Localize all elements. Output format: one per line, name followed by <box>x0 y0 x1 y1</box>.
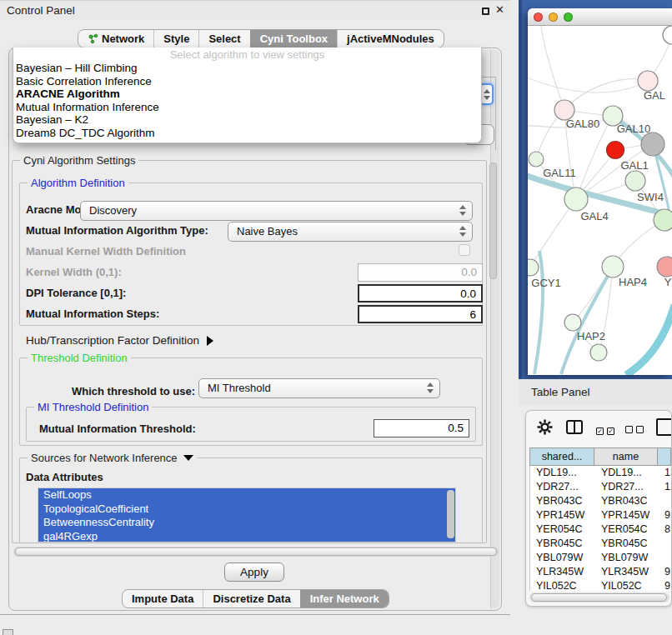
table-cell[interactable] <box>659 551 671 565</box>
mi-type-combo[interactable]: Naive Bayes <box>228 222 473 242</box>
table-cell[interactable]: YBR043C <box>530 494 595 508</box>
tab-select[interactable]: Select <box>198 30 249 48</box>
network-node-gal1[interactable] <box>625 171 645 191</box>
network-node[interactable] <box>590 344 607 361</box>
table-cell[interactable]: YBR045C <box>530 537 595 551</box>
settings-horizontal-scrollbar[interactable] <box>13 547 499 557</box>
table-cell[interactable]: YDL19... <box>530 466 595 480</box>
network-window[interactable]: GALGAL80GAL10GAL1GAL11SWI4GAL4GCY1HAP4YH… <box>528 8 672 375</box>
tab-cyni-toolbox[interactable]: Cyni Toolbox <box>250 30 337 48</box>
table-cell[interactable]: YLR345W <box>595 565 659 579</box>
table-cell[interactable]: YIL052C <box>530 579 595 591</box>
table-cell[interactable]: 9. <box>659 508 671 522</box>
attribute-item[interactable]: SelfLoops <box>38 488 455 502</box>
table-cell[interactable] <box>659 494 671 508</box>
table-cell[interactable]: YER054C <box>530 522 595 537</box>
table-row[interactable]: YER054CYER054C8. <box>530 522 671 537</box>
table-row[interactable]: YBR043CYBR043C <box>530 494 671 508</box>
select-all-checkboxes-icon[interactable]: ✓✓ <box>596 423 618 436</box>
table-cell[interactable]: YDR27... <box>530 480 595 494</box>
table-cell[interactable]: 9. <box>659 579 671 591</box>
network-node-y[interactable] <box>657 257 672 277</box>
network-node[interactable] <box>607 142 624 159</box>
manual-kernel-checkbox[interactable] <box>459 244 470 256</box>
table-row[interactable]: YDR27...YDR27...12 <box>530 480 671 494</box>
table-cell[interactable]: YDR27... <box>595 480 659 494</box>
table-cell[interactable]: YBL079W <box>530 551 595 565</box>
document-icon[interactable] <box>656 418 672 436</box>
corner-widget[interactable] <box>3 629 13 635</box>
table-cell[interactable]: YPR145W <box>530 508 595 522</box>
table-hscrollbar-thumb[interactable] <box>531 593 667 602</box>
table-cell[interactable]: 13 <box>659 466 671 480</box>
close-traffic-light-icon[interactable] <box>534 12 543 22</box>
network-node-gcy1[interactable] <box>528 259 539 276</box>
table-cell[interactable]: YLR345W <box>530 565 595 579</box>
column-header[interactable]: shared... <box>529 448 594 465</box>
algorithm-option[interactable]: ARACNE Algorithm <box>13 88 481 101</box>
deselect-all-checkboxes-icon[interactable] <box>625 423 647 436</box>
table-cell[interactable]: 9. <box>659 565 671 579</box>
tab-jactivemnodules[interactable]: jActiveMNodules <box>337 30 444 48</box>
network-node[interactable] <box>654 209 672 231</box>
split-columns-icon[interactable] <box>566 420 583 434</box>
kernel-width-field[interactable]: 0.0 <box>358 263 483 282</box>
network-node-gal4[interactable] <box>564 188 588 211</box>
table-row[interactable]: YPR145WYPR145W9. <box>530 508 671 522</box>
network-window-titlebar[interactable] <box>528 8 672 26</box>
which-threshold-combo[interactable]: MI Threshold <box>198 378 440 398</box>
table-row[interactable]: YLR345WYLR345W9. <box>530 565 671 579</box>
table-cell[interactable]: YDL19... <box>595 466 659 480</box>
tab-infer-network[interactable]: Infer Network <box>300 590 389 608</box>
tab-style[interactable]: Style <box>153 30 198 48</box>
table-row[interactable]: YDL19...YDL19...13 <box>530 466 671 480</box>
zoom-traffic-light-icon[interactable] <box>564 12 573 22</box>
mi-steps-field[interactable]: 6 <box>358 305 483 323</box>
attribute-item[interactable]: gal4RGexp <box>38 530 455 543</box>
algorithm-option[interactable]: Dream8 DC_TDC Algorithm <box>13 127 481 140</box>
close-icon[interactable]: ✕ <box>495 3 504 16</box>
float-window-icon[interactable] <box>482 8 489 15</box>
hub-section-toggle[interactable]: Hub/Transcription Factor Definition <box>26 334 213 347</box>
table-cell[interactable]: 8. <box>659 522 671 537</box>
attributes-scrollbar-thumb[interactable] <box>447 490 454 538</box>
table-cell[interactable]: YBR045C <box>595 537 659 551</box>
mi-threshold-field[interactable]: 0.5 <box>374 419 469 438</box>
network-node[interactable] <box>641 132 664 156</box>
tab-network[interactable]: Network <box>78 30 153 48</box>
tab-discretize-data[interactable]: Discretize Data <box>203 590 299 608</box>
network-node-gal[interactable] <box>638 71 658 91</box>
table-cell[interactable]: YBR043C <box>595 494 659 508</box>
table-cell[interactable]: YIL052C <box>595 579 659 591</box>
algorithm-option[interactable]: Bayesian – Hill Climbing <box>13 62 481 75</box>
data-attributes-list[interactable]: SelfLoopsTopologicalCoefficientBetweenne… <box>38 488 456 542</box>
table-cell[interactable]: YER054C <box>595 522 659 537</box>
table-row[interactable]: YIL052CYIL052C9. <box>530 579 671 591</box>
table-cell[interactable] <box>659 537 671 551</box>
apply-button[interactable]: Apply <box>224 562 284 582</box>
network-canvas[interactable]: GALGAL80GAL10GAL1GAL11SWI4GAL4GCY1HAP4YH… <box>528 26 672 375</box>
network-node-hap2[interactable] <box>564 314 581 331</box>
network-node[interactable] <box>663 26 672 44</box>
gear-icon[interactable] <box>537 419 553 435</box>
column-header[interactable] <box>658 448 671 465</box>
panel-scrollbar-thumb[interactable] <box>489 162 497 279</box>
aracne-mode-combo[interactable]: Discovery <box>80 201 473 221</box>
column-header[interactable]: name <box>594 448 658 465</box>
algorithm-option[interactable]: Bayesian – K2 <box>13 113 481 127</box>
table-cell[interactable]: YBL079W <box>595 551 659 565</box>
network-node-hap4[interactable] <box>602 256 624 278</box>
table-row[interactable]: YBL079WYBL079W <box>530 551 671 565</box>
table-row[interactable]: YBR045CYBR045C <box>530 537 671 551</box>
attribute-item[interactable]: BetweennessCentrality <box>38 516 455 530</box>
table-horizontal-scrollbar[interactable] <box>529 592 669 602</box>
hscrollbar-thumb[interactable] <box>15 548 497 556</box>
table-cell[interactable]: YPR145W <box>595 508 659 522</box>
dpi-tolerance-field[interactable]: 0.0 <box>358 284 483 302</box>
algorithm-option[interactable]: Basic Correlation Inference <box>13 75 481 88</box>
minimize-traffic-light-icon[interactable] <box>549 12 558 22</box>
attribute-item[interactable]: TopologicalCoefficient <box>38 502 455 517</box>
table-cell[interactable]: 12 <box>659 480 671 494</box>
tab-impute-data[interactable]: Impute Data <box>123 590 203 608</box>
network-node-gal11[interactable] <box>529 152 544 167</box>
